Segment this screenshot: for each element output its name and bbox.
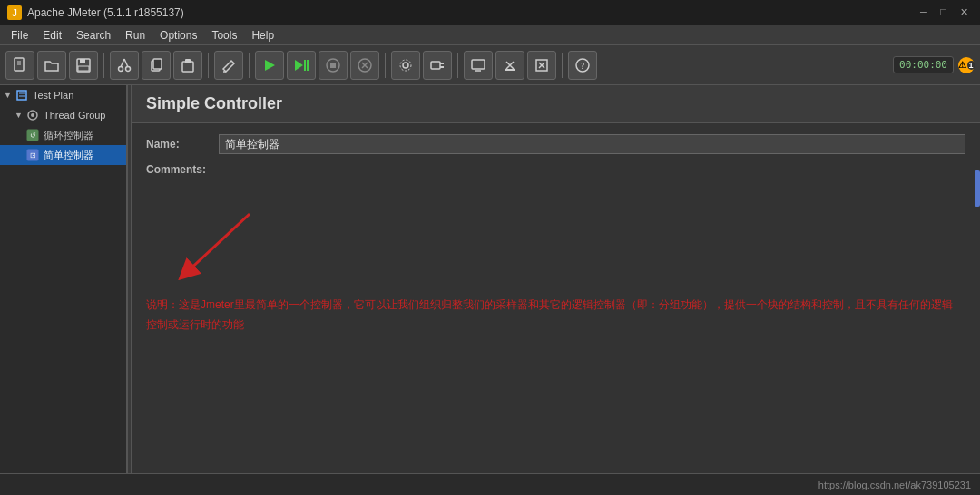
svg-line-47 <box>186 214 250 273</box>
svg-marker-37 <box>17 91 26 100</box>
config-button[interactable] <box>391 51 420 80</box>
annotation-text: 说明：这是Jmeter里最简单的一个控制器，它可以让我们组织归整我们的采样器和其… <box>146 296 963 335</box>
toolbar-sep-4 <box>385 53 386 78</box>
menu-tools[interactable]: Tools <box>204 27 244 44</box>
svg-marker-15 <box>265 60 275 71</box>
paste-button[interactable] <box>173 51 202 80</box>
name-row: Name: <box>146 134 965 154</box>
sidebar-item-sampler[interactable]: ↺ 循环控制器 <box>0 125 126 145</box>
svg-rect-29 <box>472 60 485 69</box>
svg-rect-11 <box>153 59 162 69</box>
start-no-pauses-button[interactable] <box>287 51 316 80</box>
status-url: https://blog.csdn.net/ak739105231 <box>818 480 971 490</box>
svg-text:?: ? <box>581 61 585 71</box>
toolbar-sep-3 <box>249 53 250 78</box>
warning-badge: ⚠ 1 <box>958 57 975 73</box>
monitor-button[interactable] <box>464 51 493 80</box>
tree-arrow-icon: ▼ <box>4 91 13 100</box>
toolbar-sep-2 <box>208 53 209 78</box>
menu-search[interactable]: Search <box>69 27 118 44</box>
sidebar: ▼ Test Plan ▼ Thread Group <box>0 85 127 473</box>
menu-options[interactable]: Options <box>152 27 204 44</box>
menu-edit[interactable]: Edit <box>35 27 69 44</box>
content-panel: Simple Controller Name: Comments: <box>132 85 980 473</box>
controller-icon: ⊡ <box>25 148 40 162</box>
sidebar-item-controller[interactable]: ⊡ 简单控制器 <box>0 145 126 165</box>
svg-rect-20 <box>330 63 336 68</box>
svg-point-24 <box>403 63 408 68</box>
name-label: Name: <box>146 138 219 150</box>
sampler-label: 循环控制器 <box>44 129 93 142</box>
menu-file[interactable]: File <box>4 27 35 44</box>
thread-arrow-icon: ▼ <box>15 111 24 120</box>
svg-line-8 <box>121 59 124 67</box>
svg-point-25 <box>400 60 411 71</box>
new-button[interactable] <box>5 51 34 80</box>
shutdown-button[interactable] <box>350 51 379 80</box>
maximize-button[interactable]: □ <box>940 6 953 19</box>
title-bar: J Apache JMeter (5.1.1 r1855137) ─ □ ✕ <box>0 0 980 25</box>
sidebar-item-test-plan[interactable]: ▼ Test Plan <box>0 85 126 105</box>
svg-rect-26 <box>431 62 440 69</box>
name-input[interactable] <box>219 134 965 154</box>
help-button[interactable]: ? <box>568 51 597 80</box>
svg-point-41 <box>31 113 34 117</box>
test-plan-label: Test Plan <box>33 90 74 101</box>
main-layout: ▼ Test Plan ▼ Thread Group <box>0 85 980 473</box>
sidebar-item-thread-group[interactable]: ▼ Thread Group <box>0 105 126 125</box>
svg-text:⊡: ⊡ <box>30 151 36 160</box>
thread-group-label: Thread Group <box>44 110 105 121</box>
svg-rect-4 <box>80 59 85 63</box>
toolbar-sep-1 <box>103 53 104 78</box>
copy-button[interactable] <box>142 51 171 80</box>
toolbar-sep-6 <box>562 53 563 78</box>
thread-group-icon <box>25 108 40 122</box>
toolbar: ? 00:00:00 ⚠ 1 <box>0 45 980 85</box>
warning-icon: ⚠ <box>958 60 966 70</box>
open-button[interactable] <box>37 51 66 80</box>
start-button[interactable] <box>255 51 284 80</box>
plugin-button[interactable] <box>423 51 452 80</box>
svg-marker-16 <box>295 60 303 71</box>
red-arrow-annotation <box>168 205 277 296</box>
svg-point-6 <box>119 66 123 71</box>
window-controls: ─ □ ✕ <box>920 6 973 19</box>
menu-bar: File Edit Search Run Options Tools Help <box>0 25 980 45</box>
svg-point-7 <box>126 66 131 71</box>
timer-display: 00:00:00 <box>893 56 954 73</box>
annotation-area: 说明：这是Jmeter里最简单的一个控制器，它可以让我们组织归整我们的采样器和其… <box>132 187 980 386</box>
controller-label: 简单控制器 <box>44 149 93 162</box>
test-plan-icon <box>15 88 29 102</box>
content-form: Name: Comments: <box>132 123 980 187</box>
comments-row: Comments: <box>146 163 965 176</box>
svg-rect-5 <box>78 66 89 71</box>
clear-all-button[interactable] <box>527 51 556 80</box>
svg-text:↺: ↺ <box>30 131 36 140</box>
edit-button[interactable] <box>214 51 243 80</box>
toolbar-sep-5 <box>457 53 458 78</box>
app-title: Apache JMeter (5.1.1 r1855137) <box>27 6 184 19</box>
close-button[interactable]: ✕ <box>960 6 973 19</box>
cut-button[interactable] <box>110 51 139 80</box>
svg-line-9 <box>124 59 128 67</box>
svg-rect-13 <box>185 59 191 63</box>
content-header: Simple Controller <box>132 85 980 123</box>
menu-help[interactable]: Help <box>244 27 281 44</box>
clear-button[interactable] <box>495 51 524 80</box>
stop-button[interactable] <box>318 51 348 80</box>
warning-count: 1 <box>967 61 975 70</box>
status-bar: https://blog.csdn.net/ak739105231 <box>0 473 980 495</box>
app-icon: J <box>7 5 22 20</box>
save-button[interactable] <box>69 51 98 80</box>
panel-title: Simple Controller <box>146 94 282 112</box>
menu-run[interactable]: Run <box>118 27 152 44</box>
svg-rect-31 <box>505 69 515 71</box>
sampler-icon: ↺ <box>25 128 40 142</box>
minimize-button[interactable]: ─ <box>920 6 933 19</box>
comments-label: Comments: <box>146 163 206 176</box>
